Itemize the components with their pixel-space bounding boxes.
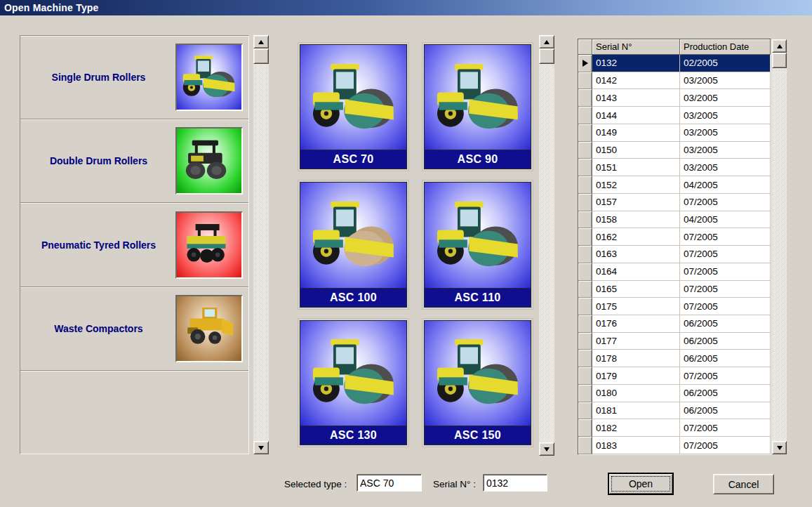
row-selector[interactable] — [578, 107, 592, 124]
row-selector[interactable] — [578, 176, 592, 194]
category-label: Pneumatic Tyred Rollers — [20, 239, 175, 251]
table-row[interactable]: 0132 02/2005 — [578, 55, 771, 72]
row-selector[interactable] — [578, 142, 592, 159]
cell-production-date: 03/2005 — [680, 159, 771, 176]
row-selector[interactable] — [578, 72, 592, 90]
titlebar[interactable]: Open Machine Type — [0, 0, 812, 15]
row-selector[interactable] — [578, 333, 592, 350]
table-row[interactable]: 0165 07/2005 — [578, 281, 771, 298]
scrollbar-thumb[interactable] — [772, 53, 787, 68]
cell-production-date: 07/2005 — [680, 367, 771, 385]
table-scrollbar[interactable] — [772, 39, 787, 454]
cancel-button[interactable]: Cancel — [713, 474, 774, 494]
table-row[interactable]: 0162 07/2005 — [578, 228, 771, 246]
category-item[interactable]: Waste Compactors — [20, 287, 248, 371]
machine-type-label: ASC 150 — [425, 426, 531, 445]
table-row[interactable]: 0176 06/2005 — [578, 315, 771, 333]
scrollbar-track[interactable] — [253, 64, 269, 441]
category-item[interactable]: Pneumatic Tyred Rollers — [20, 203, 248, 287]
table-row[interactable]: 0151 03/2005 — [578, 159, 771, 176]
row-selector[interactable] — [578, 228, 592, 246]
machine-type-tile[interactable]: ASC 150 — [424, 320, 531, 445]
scrollbar-thumb[interactable] — [539, 48, 554, 64]
table-row[interactable]: 0179 07/2005 — [578, 367, 771, 385]
scrollbar-track[interactable] — [539, 64, 554, 442]
row-selector[interactable] — [578, 419, 592, 437]
selected-type-input[interactable] — [357, 474, 422, 492]
table-row[interactable]: 0152 04/2005 — [578, 176, 771, 194]
row-selector[interactable] — [578, 437, 592, 454]
category-label: Single Drum Rollers — [20, 72, 175, 83]
row-selector[interactable] — [578, 315, 592, 333]
row-selector[interactable] — [578, 350, 592, 367]
scroll-down-icon — [258, 446, 264, 450]
scrollbar-track[interactable] — [772, 68, 787, 441]
table-row[interactable]: 0143 03/2005 — [578, 89, 771, 107]
machine-type-label: ASC 110 — [425, 288, 531, 307]
machine-type-tile[interactable]: ASC 70 — [300, 44, 407, 169]
row-selector[interactable] — [578, 281, 592, 298]
row-selector[interactable] — [578, 211, 592, 229]
machine-type-tile[interactable]: ASC 130 — [300, 320, 407, 445]
table-row[interactable]: 0142 03/2005 — [578, 72, 771, 90]
table-row[interactable]: 0178 06/2005 — [578, 350, 771, 367]
scroll-up-icon — [777, 44, 783, 48]
machine-type-image — [300, 183, 406, 287]
table-body: 0132 02/2005 0142 03/2005 0143 03/2005 0… — [578, 55, 771, 454]
serial-number-input[interactable] — [483, 474, 547, 492]
machine-type-tile[interactable]: ASC 100 — [300, 182, 407, 307]
scroll-up-button[interactable] — [772, 39, 787, 53]
column-header-production-date[interactable]: Production Date — [680, 39, 771, 55]
table-row[interactable]: 0164 07/2005 — [578, 263, 771, 281]
row-selector[interactable] — [578, 246, 592, 263]
row-selector[interactable] — [578, 194, 592, 211]
table-row[interactable]: 0180 06/2005 — [578, 385, 771, 402]
machine-type-label: ASC 100 — [300, 288, 406, 307]
table-row[interactable]: 0163 07/2005 — [578, 246, 771, 263]
cell-production-date: 06/2005 — [680, 402, 771, 420]
open-button[interactable]: Open — [608, 473, 674, 495]
serial-number-label: Serial N° : — [433, 479, 476, 489]
cell-production-date: 06/2005 — [680, 350, 771, 367]
row-selector[interactable] — [578, 263, 592, 281]
row-selector[interactable] — [578, 124, 592, 142]
category-scrollbar[interactable] — [253, 35, 269, 454]
cell-serial: 0175 — [592, 298, 680, 315]
table-row[interactable]: 0183 07/2005 — [578, 437, 771, 454]
category-item[interactable]: Double Drum Rollers — [20, 119, 248, 203]
scrollbar-thumb[interactable] — [253, 48, 269, 64]
table-row[interactable]: 0177 06/2005 — [578, 333, 771, 350]
table-row[interactable]: 0157 07/2005 — [578, 194, 771, 211]
column-header-serial[interactable]: Serial N° — [592, 39, 680, 55]
cell-serial: 0179 — [592, 367, 680, 385]
scroll-up-button[interactable] — [539, 35, 554, 48]
table-row[interactable]: 0182 07/2005 — [578, 419, 771, 437]
table-row[interactable]: 0144 03/2005 — [578, 107, 771, 124]
machine-type-tile[interactable]: ASC 110 — [424, 182, 531, 307]
cell-production-date: 03/2005 — [680, 89, 771, 107]
table-row[interactable]: 0181 06/2005 — [578, 402, 771, 420]
row-selector[interactable] — [578, 55, 592, 72]
row-selector[interactable] — [578, 298, 592, 315]
row-selector[interactable] — [578, 385, 592, 402]
table-row[interactable]: 0175 07/2005 — [578, 298, 771, 315]
machine-type-tile[interactable]: ASC 90 — [424, 44, 531, 169]
row-selector[interactable] — [578, 159, 592, 176]
scroll-down-button[interactable] — [772, 441, 787, 454]
table-row[interactable]: 0150 03/2005 — [578, 142, 771, 159]
table-row[interactable]: 0149 03/2005 — [578, 124, 771, 142]
scroll-down-button[interactable] — [253, 441, 269, 454]
row-selector[interactable] — [578, 367, 592, 385]
cell-production-date: 07/2005 — [680, 246, 771, 263]
type-scrollbar[interactable] — [539, 35, 554, 456]
category-item[interactable]: Single Drum Rollers — [20, 36, 248, 119]
category-label: Waste Compactors — [20, 323, 175, 334]
scroll-up-button[interactable] — [253, 35, 269, 48]
machine-type-cell: ASC 130 — [298, 318, 409, 447]
row-selector[interactable] — [578, 89, 592, 107]
row-selector[interactable] — [578, 402, 592, 420]
scroll-down-button[interactable] — [539, 442, 554, 456]
row-header-stub — [578, 39, 592, 55]
table-row[interactable]: 0158 04/2005 — [578, 211, 771, 229]
cell-production-date: 03/2005 — [680, 107, 771, 124]
